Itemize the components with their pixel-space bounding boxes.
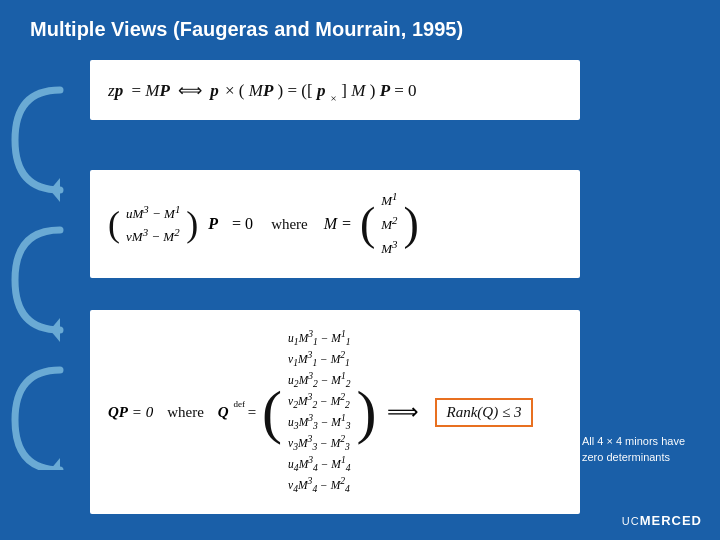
M-matrix: M1 M2 M3 — [381, 188, 397, 260]
equation-box-mid: ( uM3 − M1 vM3 − M2 ) P = 0 where M = ( … — [90, 170, 580, 278]
Q-def: Q def = — [218, 403, 256, 421]
where-label-bottom: where — [167, 404, 204, 421]
big-left-paren-bot: ( — [262, 390, 282, 435]
equals-zero: = 0 — [232, 215, 253, 233]
big-right-paren: ) — [404, 206, 419, 243]
bold-P: P — [208, 215, 218, 233]
svg-text:zp
        = 
        MP
     : zp = MP ⟺ p × ( MP ) = ([ p × ] M ) P = … — [108, 81, 417, 104]
left-paren: ( — [108, 209, 120, 240]
svg-marker-1 — [50, 318, 60, 342]
bot-eq-row: QP = 0 where Q def = ( u1M31 − M11 v1M31… — [108, 328, 562, 496]
equation-box-top: zp = MP ⟺ p × ( MP ) = ([ p × ] M ) P = … — [90, 60, 580, 120]
big-left-paren: ( — [360, 206, 375, 243]
ucmerced-logo: UCMERCED — [622, 513, 702, 528]
Q-matrix: u1M31 − M11 v1M31 − M21 u2M32 − M12 v2M3… — [288, 328, 350, 496]
annotation-text: All 4 × 4 minors have zero determinants — [582, 434, 702, 465]
page-title: Multiple Views (Faugeras and Mourrain, 1… — [30, 18, 463, 41]
rank-box: Rank(Q) ≤ 3 — [435, 398, 534, 427]
equation-box-bot: QP = 0 where Q def = ( u1M31 − M11 v1M31… — [90, 310, 580, 514]
matrix-left: uM3 − M1 vM3 − M2 — [126, 201, 180, 247]
QP-label: QP = 0 — [108, 404, 153, 421]
decorative-arrows — [5, 70, 80, 470]
where-label: where — [271, 216, 308, 233]
right-paren: ) — [186, 209, 198, 240]
svg-marker-2 — [50, 458, 60, 470]
equation-top-svg: zp = MP ⟺ p × ( MP ) = ([ p × ] M ) P = … — [108, 74, 488, 106]
big-right-paren-bot: ) — [357, 390, 377, 435]
M-label: M = — [324, 215, 352, 233]
implies-arrow: ⟹ — [387, 399, 419, 425]
equation-top-content: zp = MP ⟺ p × ( MP ) = ([ p × ] M ) P = … — [108, 74, 562, 106]
svg-marker-0 — [50, 178, 60, 202]
